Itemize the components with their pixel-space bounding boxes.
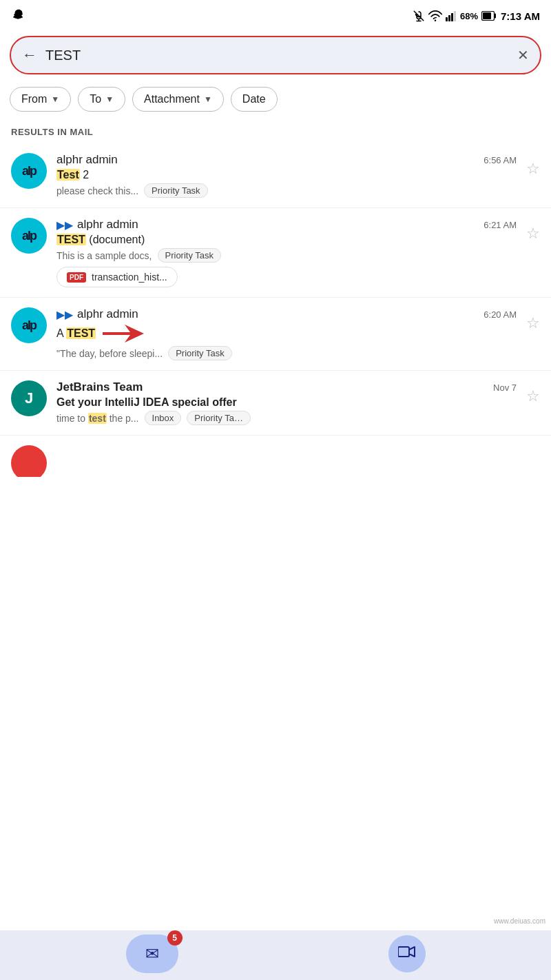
avatar-5 xyxy=(11,445,47,477)
svg-point-0 xyxy=(435,19,437,21)
snapchat-icon xyxy=(11,8,26,23)
filter-attachment-label: Attachment xyxy=(144,93,200,105)
email-header-row-4: JetBrains Team Nov 7 xyxy=(56,380,517,394)
compose-badge: 5 xyxy=(167,930,183,946)
subject-text-1: Test 2 xyxy=(56,169,89,181)
email-subject-row-3: A TEST xyxy=(56,323,517,344)
filter-from[interactable]: From ▼ xyxy=(10,87,71,112)
time-display: 7:13 AM xyxy=(501,10,540,22)
email-header-row-1: alphr admin 6:56 AM xyxy=(56,153,517,167)
email-subject-row-4: Get your IntelliJ IDEA special offer xyxy=(56,396,517,409)
status-bar: 68% 7:13 AM xyxy=(0,0,551,30)
avatar-2: alp xyxy=(11,218,47,254)
attachment-chip-2[interactable]: PDF transaction_hist... xyxy=(56,267,178,287)
filter-from-label: From xyxy=(21,93,47,105)
filter-attachment-arrow: ▼ xyxy=(204,94,212,104)
preview-text-4: time to test the p... xyxy=(56,413,139,424)
preview-text-2: This is a sample docs, xyxy=(56,250,152,261)
star-button-1[interactable]: ☆ xyxy=(526,160,540,178)
avatar-3: alp xyxy=(11,307,47,343)
status-icons: 68% xyxy=(413,10,497,22)
email-item-2[interactable]: alp ▶▶ alphr admin 6:21 AM TEST (documen… xyxy=(0,208,551,298)
email-item-3[interactable]: alp ▶▶ alphr admin 6:20 AM A TEST xyxy=(0,298,551,371)
email-time-3: 6:20 AM xyxy=(484,309,517,320)
sender-name-1: alphr admin xyxy=(56,153,118,167)
star-button-3[interactable]: ☆ xyxy=(526,314,540,332)
red-arrow-svg xyxy=(103,323,144,344)
back-button[interactable]: ← xyxy=(22,46,37,64)
subject-text-4: Get your IntelliJ IDEA special offer xyxy=(56,396,237,409)
svg-rect-2 xyxy=(448,15,450,21)
svg-rect-6 xyxy=(483,12,491,19)
subject-highlight-1: Test xyxy=(56,169,80,181)
attachment-name-2: transaction_hist... xyxy=(92,272,167,283)
email-item-1[interactable]: alp alphr admin 6:56 AM Test 2 please ch… xyxy=(0,143,551,208)
preview-text-1: please check this... xyxy=(56,185,138,196)
results-label: RESULTS IN MAIL xyxy=(11,127,93,137)
battery-icon xyxy=(481,11,497,21)
filter-attachment[interactable]: Attachment ▼ xyxy=(132,87,224,112)
search-bar[interactable]: ← ✕ xyxy=(10,36,541,74)
pdf-icon-2: PDF xyxy=(67,272,86,283)
svg-rect-4 xyxy=(454,11,456,21)
sender-name-4: JetBrains Team xyxy=(56,380,143,394)
email-preview-row-3: "The day, before sleepi... Priority Task xyxy=(56,346,517,360)
status-left xyxy=(11,8,26,23)
search-bar-container: ← ✕ xyxy=(0,30,551,81)
compose-button[interactable]: ✉ 5 xyxy=(126,935,178,973)
filter-to-arrow: ▼ xyxy=(105,94,114,104)
filter-to[interactable]: To ▼ xyxy=(78,87,125,112)
wifi-icon xyxy=(428,10,442,22)
tag-priority-4: Priority Ta… xyxy=(187,411,251,425)
email-header-row-2: ▶▶ alphr admin 6:21 AM xyxy=(56,218,517,232)
svg-marker-7 xyxy=(103,325,144,343)
sender-name-3: ▶▶ alphr admin xyxy=(56,307,138,321)
subject-rest-1: 2 xyxy=(83,169,89,181)
email-content-3: ▶▶ alphr admin 6:20 AM A TEST "The day, … xyxy=(56,307,517,360)
clear-button[interactable]: ✕ xyxy=(517,47,529,63)
subject-text-3: A TEST xyxy=(56,327,96,340)
avatar-1: alp xyxy=(11,153,47,189)
email-time-1: 6:56 AM xyxy=(484,155,517,165)
email-preview-row-1: please check this... Priority Task xyxy=(56,183,517,198)
red-arrow-annotation xyxy=(103,323,144,344)
subject-rest-2: (document) xyxy=(89,234,145,245)
mail-icon: ✉ xyxy=(145,944,159,963)
search-input[interactable] xyxy=(45,48,509,63)
priority-icon-3: ▶▶ xyxy=(56,308,73,321)
preview-text-3: "The day, before sleepi... xyxy=(56,348,163,359)
svg-rect-1 xyxy=(446,17,448,21)
filter-chips-bar: From ▼ To ▼ Attachment ▼ Date xyxy=(0,81,551,119)
svg-rect-3 xyxy=(451,13,453,21)
email-subject-row-1: Test 2 xyxy=(56,169,517,181)
results-header: RESULTS IN MAIL xyxy=(0,119,551,143)
filter-from-arrow: ▼ xyxy=(51,94,59,104)
video-button[interactable] xyxy=(388,935,426,972)
battery-percent: 68% xyxy=(460,11,478,21)
sender-name-2: ▶▶ alphr admin xyxy=(56,218,138,232)
priority-icon-2: ▶▶ xyxy=(56,218,73,232)
avatar-4: J xyxy=(11,380,47,416)
star-button-4[interactable]: ☆ xyxy=(526,387,540,405)
tag-priority-2: Priority Task xyxy=(158,248,222,263)
subject-highlight-2: TEST xyxy=(56,234,86,245)
filter-date[interactable]: Date xyxy=(231,87,278,112)
email-content-2: ▶▶ alphr admin 6:21 AM TEST (document) T… xyxy=(56,218,517,287)
tag-priority-1: Priority Task xyxy=(144,183,208,198)
email-item-4[interactable]: J JetBrains Team Nov 7 Get your IntelliJ… xyxy=(0,371,551,436)
filter-to-label: To xyxy=(90,93,101,105)
email-item-5-partial xyxy=(0,436,551,477)
watermark: www.deiuas.com xyxy=(494,917,545,925)
email-content-1: alphr admin 6:56 AM Test 2 please check … xyxy=(56,153,517,198)
filter-date-label: Date xyxy=(242,93,266,105)
video-icon xyxy=(398,945,416,963)
email-content-4: JetBrains Team Nov 7 Get your IntelliJ I… xyxy=(56,380,517,425)
email-preview-row-2: This is a sample docs, Priority Task xyxy=(56,248,517,263)
star-button-2[interactable]: ☆ xyxy=(526,225,540,243)
svg-rect-8 xyxy=(398,947,409,957)
subject-text-2: TEST (document) xyxy=(56,234,145,246)
tag-priority-3: Priority Task xyxy=(168,346,232,360)
email-time-4: Nov 7 xyxy=(493,382,517,393)
subject-highlight-3: TEST xyxy=(66,327,96,339)
email-preview-row-4: time to test the p... Inbox Priority Ta… xyxy=(56,411,517,425)
